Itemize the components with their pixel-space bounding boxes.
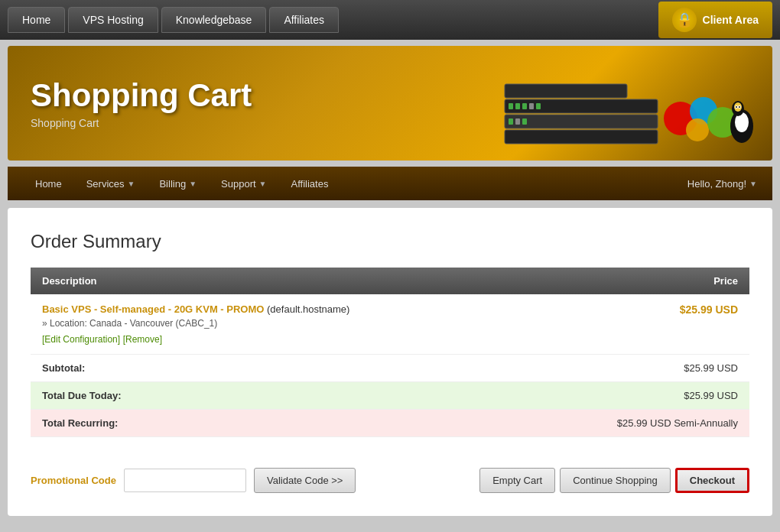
product-hostname: (default.hostname)	[267, 303, 349, 315]
right-buttons: Empty Cart Continue Shopping Checkout	[479, 468, 749, 493]
subtotal-value: $25.99 USD	[531, 355, 749, 382]
total-due-today-value: $25.99 USD	[531, 382, 749, 410]
order-table: Description Price Basic VPS - Self-manag…	[31, 268, 749, 437]
sec-nav-links: Home Services ▼ Billing ▼ Support ▼ Affi…	[23, 170, 340, 197]
top-nav-links: Home VPS Hosting Knowledgebase Affiliate…	[8, 7, 339, 33]
top-nav-home[interactable]: Home	[8, 7, 65, 33]
checkout-button[interactable]: Checkout	[675, 468, 749, 493]
svg-rect-7	[529, 103, 534, 109]
svg-point-23	[739, 106, 740, 108]
remove-link[interactable]: [Remove]	[123, 334, 162, 345]
lock-icon: 🔒	[672, 8, 697, 32]
services-arrow-icon: ▼	[128, 180, 135, 188]
product-action-links: [Edit Configuration] [Remove]	[42, 333, 520, 345]
total-recurring-label: Total Recurring:	[31, 410, 531, 437]
sec-nav-services-label: Services	[86, 178, 125, 190]
support-arrow-icon: ▼	[259, 180, 267, 188]
continue-shopping-button[interactable]: Continue Shopping	[560, 468, 671, 493]
edit-configuration-link[interactable]: [Edit Configuration]	[42, 334, 120, 345]
user-arrow-icon: ▼	[749, 180, 757, 188]
promo-code-input[interactable]	[124, 469, 246, 492]
client-area-button[interactable]: 🔒 Client Area	[658, 2, 772, 38]
svg-rect-10	[515, 118, 520, 125]
description-header: Description	[31, 268, 531, 294]
svg-point-22	[736, 106, 737, 108]
svg-rect-4	[509, 103, 513, 109]
order-title: Order Summary	[31, 231, 749, 252]
sec-nav-billing-label: Billing	[159, 178, 186, 190]
svg-point-14	[686, 118, 709, 141]
validate-code-button[interactable]: Validate Code >>	[254, 468, 356, 493]
svg-rect-9	[509, 118, 513, 125]
secondary-navigation: Home Services ▼ Billing ▼ Support ▼ Affi…	[8, 167, 772, 200]
top-nav-knowledgebase[interactable]: Knowledgebase	[161, 7, 267, 33]
top-nav-vps-hosting[interactable]: VPS Hosting	[68, 7, 158, 33]
svg-rect-5	[515, 103, 520, 109]
top-navigation: Home VPS Hosting Knowledgebase Affiliate…	[0, 0, 780, 40]
promo-label: Promotional Code	[31, 475, 116, 486]
sec-nav-billing[interactable]: Billing ▼	[147, 170, 209, 197]
product-description: Basic VPS - Self-managed - 20G KVM - PRO…	[42, 303, 520, 315]
sec-nav-affiliates[interactable]: Affiliates	[279, 170, 341, 197]
svg-rect-11	[522, 118, 527, 125]
product-price: $25.99 USD	[531, 294, 749, 355]
price-header: Price	[531, 268, 749, 294]
user-greeting[interactable]: Hello, Zhong! ▼	[687, 178, 757, 190]
total-due-today-label: Total Due Today:	[31, 382, 531, 410]
banner-image	[497, 54, 757, 153]
svg-rect-6	[522, 103, 527, 109]
sec-nav-support[interactable]: Support ▼	[209, 170, 278, 197]
sec-nav-home[interactable]: Home	[23, 170, 74, 197]
svg-rect-1	[505, 115, 658, 128]
subtotal-row: Subtotal: $25.99 USD	[31, 355, 749, 382]
table-row: Basic VPS - Self-managed - 20G KVM - PRO…	[31, 294, 749, 355]
total-recurring-value: $25.99 USD Semi-Annually	[531, 410, 749, 437]
user-greeting-text: Hello, Zhong!	[687, 178, 746, 190]
product-name: Basic VPS - Self-managed - 20G KVM - PRO…	[42, 303, 264, 315]
top-nav-affiliates[interactable]: Affiliates	[269, 7, 339, 33]
product-location: » Location: Canada - Vancouver (CABC_1)	[42, 318, 520, 329]
sec-nav-support-label: Support	[221, 178, 256, 190]
empty-cart-button[interactable]: Empty Cart	[479, 468, 555, 493]
total-recurring-row: Total Recurring: $25.99 USD Semi-Annuall…	[31, 410, 749, 437]
total-due-today-row: Total Due Today: $25.99 USD	[31, 382, 749, 410]
client-area-label: Client Area	[703, 14, 759, 26]
main-content: Order Summary Description Price Basic VP…	[8, 208, 772, 516]
svg-rect-0	[505, 99, 658, 113]
product-cell: Basic VPS - Self-managed - 20G KVM - PRO…	[31, 294, 531, 355]
svg-rect-3	[505, 84, 627, 98]
svg-rect-8	[536, 103, 541, 109]
page-banner: Shopping Cart Shopping Cart	[8, 46, 772, 161]
billing-arrow-icon: ▼	[189, 180, 197, 188]
server-graphic-svg	[497, 54, 757, 153]
svg-rect-2	[505, 130, 658, 144]
sec-nav-services[interactable]: Services ▼	[74, 170, 148, 197]
bottom-action-bar: Promotional Code Validate Code >> Empty …	[31, 453, 749, 493]
subtotal-label: Subtotal:	[31, 355, 531, 382]
